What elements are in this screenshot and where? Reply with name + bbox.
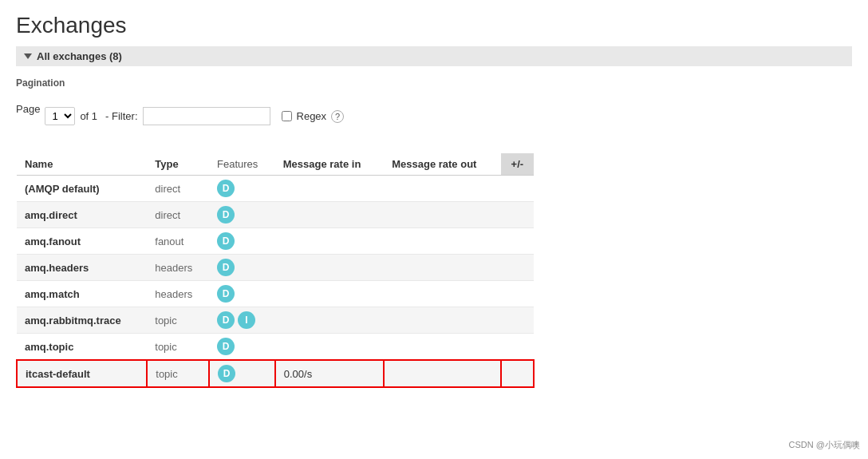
exchange-rate-out: [384, 255, 500, 281]
feature-badge: D: [217, 285, 235, 303]
table-row[interactable]: (AMQP default)directD: [17, 176, 534, 202]
exchange-plus-minus: [501, 228, 534, 255]
exchange-plus-minus: [501, 202, 534, 228]
col-header-type: Type: [147, 153, 209, 176]
exchange-rate-out: [384, 307, 500, 334]
exchange-rate-in: [275, 228, 384, 255]
exchange-rate-out: [384, 202, 500, 228]
exchange-type: topic: [147, 307, 209, 334]
exchange-rate-out: [384, 228, 500, 255]
feature-badge: D: [217, 180, 235, 197]
exchange-features: D: [209, 176, 275, 202]
exchanges-table: Name Type Features Message rate in Messa…: [16, 153, 535, 388]
table-row[interactable]: amq.topictopicD: [17, 334, 534, 361]
col-header-rate-out: Message rate out: [384, 153, 500, 176]
page-title: Exchanges: [16, 13, 852, 38]
regex-checkbox[interactable]: [282, 111, 292, 121]
exchange-rate-out: [384, 360, 500, 387]
of-text: of 1: [80, 110, 97, 122]
table-row[interactable]: amq.matchheadersD: [17, 281, 534, 307]
feature-badge: D: [217, 259, 235, 276]
all-exchanges-label: All exchanges (8): [37, 50, 122, 62]
exchange-plus-minus: [501, 307, 534, 334]
table-row[interactable]: amq.headersheadersD: [17, 255, 534, 281]
exchange-name[interactable]: amq.fanout: [17, 228, 147, 255]
exchange-rate-out: [384, 334, 500, 361]
col-header-features: Features: [209, 153, 275, 176]
exchange-rate-in: [275, 281, 384, 307]
col-header-name: Name: [17, 153, 147, 176]
exchange-features: DI: [209, 307, 275, 334]
exchange-name[interactable]: amq.match: [17, 281, 147, 307]
exchange-features: D: [209, 202, 275, 228]
col-header-plus-minus[interactable]: +/-: [501, 153, 534, 176]
exchange-features: D: [209, 255, 275, 281]
filter-input[interactable]: [143, 107, 270, 125]
exchange-features: D: [209, 360, 275, 387]
exchange-type: headers: [147, 255, 209, 281]
exchange-rate-in: 0.00/s: [275, 360, 384, 387]
all-exchanges-bar[interactable]: All exchanges (8): [16, 46, 852, 66]
exchange-name[interactable]: amq.topic: [17, 334, 147, 361]
page-label: Page: [16, 98, 40, 120]
exchange-name[interactable]: amq.headers: [17, 255, 147, 281]
table-row[interactable]: amq.rabbitmq.tracetopicDI: [17, 307, 534, 334]
exchange-rate-out: [384, 281, 500, 307]
exchange-type: direct: [147, 202, 209, 228]
feature-badge: D: [217, 338, 235, 355]
exchange-rate-in: [275, 334, 384, 361]
feature-badge: D: [218, 365, 235, 382]
col-header-rate-in: Message rate in: [275, 153, 384, 176]
exchange-plus-minus: [501, 255, 534, 281]
exchange-plus-minus: [501, 360, 534, 387]
table-row[interactable]: itcast-defaulttopicD0.00/s: [17, 360, 534, 387]
exchange-type: headers: [147, 281, 209, 307]
exchange-name[interactable]: itcast-default: [17, 360, 147, 387]
exchange-rate-in: [275, 255, 384, 281]
exchange-name[interactable]: amq.rabbitmq.trace: [17, 307, 147, 334]
feature-badge: D: [217, 311, 235, 329]
help-icon[interactable]: ?: [331, 110, 344, 123]
feature-badge: I: [238, 311, 255, 329]
table-header-row: Name Type Features Message rate in Messa…: [17, 153, 534, 176]
filter-label: - Filter:: [105, 110, 137, 122]
exchange-type: direct: [147, 176, 209, 202]
exchange-rate-in: [275, 176, 384, 202]
page-select[interactable]: 1: [45, 107, 75, 125]
feature-badge: D: [217, 206, 235, 224]
exchange-features: D: [209, 228, 275, 255]
exchange-rate-out: [384, 176, 500, 202]
exchange-name[interactable]: (AMQP default): [17, 176, 147, 202]
table-row[interactable]: amq.directdirectD: [17, 202, 534, 228]
exchange-plus-minus: [501, 334, 534, 361]
exchange-type: topic: [147, 360, 209, 387]
exchange-plus-minus: [501, 176, 534, 202]
feature-badge: D: [217, 232, 235, 250]
regex-label: Regex: [297, 110, 327, 122]
pagination-row: Page 1 of 1 - Filter: Regex ?: [16, 93, 852, 139]
collapse-icon: [24, 53, 32, 59]
exchange-plus-minus: [501, 281, 534, 307]
exchange-rate-in: [275, 307, 384, 334]
table-row[interactable]: amq.fanoutfanoutD: [17, 228, 534, 255]
exchange-features: D: [209, 334, 275, 361]
exchange-features: D: [209, 281, 275, 307]
pagination-section-label: Pagination: [16, 77, 852, 89]
exchange-type: topic: [147, 334, 209, 361]
exchange-type: fanout: [147, 228, 209, 255]
exchange-rate-in: [275, 202, 384, 228]
exchange-name[interactable]: amq.direct: [17, 202, 147, 228]
